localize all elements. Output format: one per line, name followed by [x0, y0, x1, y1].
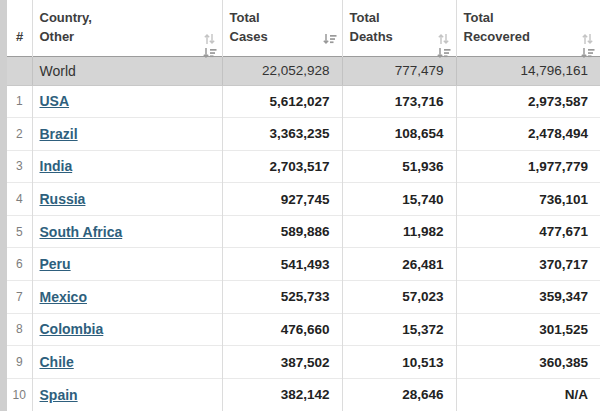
world-cases-cell: 22,052,928: [222, 56, 342, 85]
country-link[interactable]: USA: [40, 93, 70, 109]
column-header-total-cases[interactable]: Total Cases: [222, 0, 342, 56]
country-cell: Colombia: [32, 313, 222, 346]
header-row: # Country, Other Total Cases: [7, 0, 600, 56]
deaths-cell: 11,982: [342, 215, 456, 248]
column-header-country[interactable]: Country, Other: [32, 0, 222, 56]
world-rank-cell: [7, 56, 32, 85]
cases-cell: 589,886: [222, 215, 342, 248]
deaths-cell: 15,740: [342, 183, 456, 216]
recovered-cell: N/A: [456, 378, 600, 411]
world-deaths-cell: 777,479: [342, 56, 456, 85]
rank-cell: 2: [7, 118, 32, 151]
recovered-cell: 301,525: [456, 313, 600, 346]
deaths-cell: 26,481: [342, 248, 456, 281]
country-cell: Brazil: [32, 118, 222, 151]
column-header-rank: #: [7, 0, 32, 56]
world-country-cell: World: [32, 56, 222, 85]
deaths-cell: 28,646: [342, 378, 456, 411]
cases-cell: 387,502: [222, 346, 342, 379]
world-row: World 22,052,928 777,479 14,796,161: [7, 56, 600, 85]
cases-cell: 476,660: [222, 313, 342, 346]
recovered-cell: 736,101: [456, 183, 600, 216]
country-cell: Chile: [32, 346, 222, 379]
column-header-total-deaths[interactable]: Total Deaths: [342, 0, 456, 56]
table-row: 5 South Africa 589,886 11,982 477,671: [7, 215, 600, 248]
table-row: 7 Mexico 525,733 57,023 359,347: [7, 281, 600, 314]
table-row: 10 Spain 382,142 28,646 N/A: [7, 378, 600, 411]
rank-cell: 9: [7, 346, 32, 379]
recovered-cell: 370,717: [456, 248, 600, 281]
column-header-total-recovered[interactable]: Total Recovered: [456, 0, 600, 56]
cases-cell: 3,363,235: [222, 118, 342, 151]
country-link[interactable]: South Africa: [40, 224, 123, 240]
table-row: 6 Peru 541,493 26,481 370,717: [7, 248, 600, 281]
column-label: Total Cases: [230, 10, 268, 45]
country-cell: Russia: [32, 183, 222, 216]
sort-updown-icon[interactable]: [580, 32, 595, 46]
rank-cell: 3: [7, 150, 32, 183]
deaths-cell: 51,936: [342, 150, 456, 183]
deaths-cell: 173,716: [342, 85, 456, 118]
table-row: 2 Brazil 3,363,235 108,654 2,478,494: [7, 118, 600, 151]
cases-cell: 927,745: [222, 183, 342, 216]
rank-cell: 8: [7, 313, 32, 346]
sort-updown-icon[interactable]: [202, 32, 217, 46]
deaths-cell: 15,372: [342, 313, 456, 346]
recovered-cell: 2,478,494: [456, 118, 600, 151]
sort-updown-icon[interactable]: [436, 32, 451, 46]
country-link[interactable]: Peru: [40, 256, 71, 272]
rank-cell: 6: [7, 248, 32, 281]
covid-stats-table: # Country, Other Total Cases: [7, 0, 600, 411]
table-row: 4 Russia 927,745 15,740 736,101: [7, 183, 600, 216]
country-cell: India: [32, 150, 222, 183]
column-label: Total Recovered: [464, 10, 530, 45]
rank-cell: 7: [7, 281, 32, 314]
cases-cell: 525,733: [222, 281, 342, 314]
rank-cell: 10: [7, 378, 32, 411]
rank-cell: 4: [7, 183, 32, 216]
sort-desc-icon[interactable]: [322, 32, 337, 46]
recovered-cell: 477,671: [456, 215, 600, 248]
table-row: 3 India 2,703,517 51,936 1,977,779: [7, 150, 600, 183]
country-link[interactable]: Brazil: [40, 126, 78, 142]
recovered-cell: 360,385: [456, 346, 600, 379]
cases-cell: 5,612,027: [222, 85, 342, 118]
table-row: 9 Chile 387,502 10,513 360,385: [7, 346, 600, 379]
deaths-cell: 57,023: [342, 281, 456, 314]
column-label: #: [16, 29, 23, 44]
table-row: 8 Colombia 476,660 15,372 301,525: [7, 313, 600, 346]
recovered-cell: 2,973,587: [456, 85, 600, 118]
country-cell: USA: [32, 85, 222, 118]
column-label: Country, Other: [40, 10, 92, 45]
country-link[interactable]: Russia: [40, 191, 86, 207]
deaths-cell: 108,654: [342, 118, 456, 151]
country-link[interactable]: Mexico: [40, 289, 87, 305]
column-label: Total Deaths: [350, 10, 393, 45]
country-link[interactable]: Spain: [40, 387, 78, 403]
cases-cell: 2,703,517: [222, 150, 342, 183]
rank-cell: 1: [7, 85, 32, 118]
deaths-cell: 10,513: [342, 346, 456, 379]
rank-cell: 5: [7, 215, 32, 248]
cases-cell: 541,493: [222, 248, 342, 281]
country-cell: Spain: [32, 378, 222, 411]
country-link[interactable]: India: [40, 158, 73, 174]
recovered-cell: 1,977,779: [456, 150, 600, 183]
country-link[interactable]: Colombia: [40, 321, 104, 337]
world-recovered-cell: 14,796,161: [456, 56, 600, 85]
covid-stats-table-container: # Country, Other Total Cases: [7, 0, 600, 411]
recovered-cell: 359,347: [456, 281, 600, 314]
country-cell: Peru: [32, 248, 222, 281]
country-cell: South Africa: [32, 215, 222, 248]
table-row: 1 USA 5,612,027 173,716 2,973,587: [7, 85, 600, 118]
country-cell: Mexico: [32, 281, 222, 314]
cases-cell: 382,142: [222, 378, 342, 411]
country-link[interactable]: Chile: [40, 354, 74, 370]
